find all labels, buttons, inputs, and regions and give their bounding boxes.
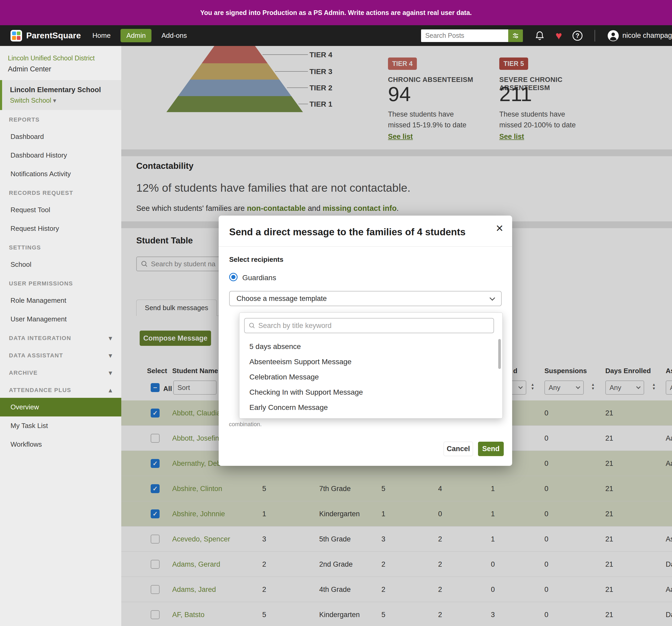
posts-search: [421, 29, 523, 42]
sidebar-item-dashboard-history[interactable]: Dashboard History: [0, 146, 121, 165]
template-dropdown-panel: 5 days absence Absenteeism Support Messa…: [239, 312, 503, 419]
sidebar-item-workflows[interactable]: Workflows: [0, 435, 121, 454]
sidebar-item-request-history[interactable]: Request History: [0, 219, 121, 238]
admin-center-label: Admin Center: [8, 65, 113, 73]
search-icon: [248, 322, 256, 329]
school-name: Lincoln Elementary School: [10, 86, 113, 94]
template-option[interactable]: Early Concern Message: [239, 400, 491, 415]
search-filter-button[interactable]: [508, 29, 523, 42]
current-school-block: Lincoln Elementary School Switch School …: [0, 80, 121, 110]
dropdown-scrollbar[interactable]: [498, 339, 501, 369]
modal-title: Send a direct message to the families of…: [229, 227, 486, 238]
close-icon[interactable]: ×: [496, 222, 503, 234]
section-archive[interactable]: ARCHIVE ▾: [0, 365, 121, 380]
top-navbar: ParentSquare Home Admin Add-ons ♥ ? nico…: [0, 25, 672, 46]
section-attendance-plus[interactable]: ATTENDANCE PLUS ▴: [0, 382, 121, 398]
chevron-down-icon: ▾: [109, 334, 112, 342]
help-icon[interactable]: ?: [573, 31, 582, 41]
sidebar-item-school[interactable]: School: [0, 255, 121, 274]
sidebar-item-role-management[interactable]: Role Management: [0, 291, 121, 310]
chevron-up-icon: ▴: [109, 387, 112, 394]
sidebar-item-my-task-list[interactable]: My Task List: [0, 416, 121, 435]
modal-divider: [219, 246, 512, 247]
brand-name: ParentSquare: [26, 31, 81, 41]
sliders-icon: [512, 32, 520, 40]
heart-icon[interactable]: ♥: [555, 30, 562, 41]
sidebar-item-dashboard[interactable]: Dashboard: [0, 127, 121, 146]
bell-icon[interactable]: [534, 30, 545, 41]
sidebar-item-overview[interactable]: Overview: [0, 398, 121, 416]
template-option[interactable]: Checking In with Support Message: [239, 385, 491, 400]
template-option[interactable]: Absenteeism Support Message: [239, 354, 491, 369]
nav-divider: [595, 30, 595, 42]
section-records-request: RECORDS REQUEST: [0, 185, 121, 201]
direct-message-modal: Send a direct message to the families of…: [219, 215, 512, 466]
sidebar-item-user-management[interactable]: User Management: [0, 310, 121, 328]
template-option[interactable]: 5 days absence: [239, 339, 491, 354]
parentsquare-logo-icon: [10, 30, 22, 42]
chevron-down-icon: ▾: [109, 369, 112, 376]
district-link[interactable]: Lincoln Unified School District: [8, 54, 113, 62]
banner-text: You are signed into Production as a PS A…: [200, 9, 472, 17]
section-settings: SETTINGS: [0, 240, 121, 255]
nav-home[interactable]: Home: [92, 31, 111, 40]
section-user-permissions: USER PERMISSIONS: [0, 276, 121, 291]
template-search: [244, 318, 494, 333]
template-option[interactable]: Celebration Message: [239, 369, 491, 385]
switch-school-link[interactable]: Switch School ▾: [10, 97, 113, 104]
send-button[interactable]: Send: [478, 442, 504, 456]
guardians-radio[interactable]: [229, 273, 238, 281]
template-search-input[interactable]: [258, 322, 479, 330]
chevron-down-icon: [489, 295, 495, 300]
chevron-down-icon: ▾: [109, 352, 112, 359]
section-data-assistant[interactable]: DATA ASSISTANT ▾: [0, 348, 121, 363]
posts-search-input[interactable]: [421, 29, 508, 42]
cancel-button[interactable]: Cancel: [443, 442, 473, 456]
user-name[interactable]: nicole champag: [622, 31, 672, 40]
avatar-icon[interactable]: [607, 30, 619, 42]
select-recipients-label: Select recipients: [229, 255, 284, 264]
production-warning-banner: You are signed into Production as a PS A…: [0, 0, 672, 25]
message-template-select[interactable]: Choose a message template: [229, 291, 502, 306]
section-data-integration[interactable]: DATA INTEGRATION ▾: [0, 331, 121, 346]
chevron-down-icon: ▾: [53, 97, 56, 104]
sidebar-item-notifications-activity[interactable]: Notifications Activity: [0, 165, 121, 183]
sidebar-item-request-tool[interactable]: Request Tool: [0, 201, 121, 219]
nav-admin[interactable]: Admin: [120, 29, 151, 42]
admin-sidebar: Lincoln Unified School District Admin Ce…: [0, 46, 121, 626]
section-reports: REPORTS: [0, 112, 121, 127]
nav-addons[interactable]: Add-ons: [162, 31, 187, 40]
guardians-radio-label: Guardians: [242, 274, 276, 282]
truncated-helper-text: combination.: [229, 421, 262, 428]
